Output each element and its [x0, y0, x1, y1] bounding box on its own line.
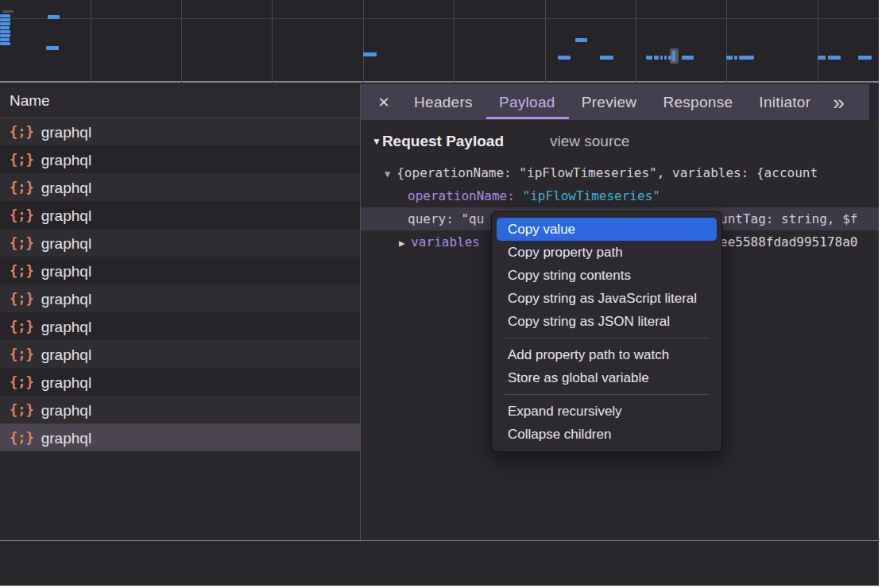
overview-gridline [363, 0, 364, 83]
network-bar [726, 56, 733, 60]
network-bar [48, 15, 60, 19]
network-bar [363, 52, 377, 56]
tab-payload[interactable]: Payload [499, 84, 555, 120]
variables-preview-fragment: ee5588fdad995178a0 [720, 230, 857, 253]
request-row[interactable]: {;}graphql [0, 340, 360, 368]
network-bar [0, 26, 10, 29]
network-bar [858, 56, 872, 60]
json-braces-icon: {;} [10, 146, 34, 173]
json-braces-icon: {;} [10, 369, 34, 396]
tab-initiator[interactable]: Initiator [759, 84, 810, 120]
view-source-link[interactable]: view source [550, 133, 629, 149]
payload-summary-row[interactable]: ▼{operationName: "ipFlowTimeseries", var… [361, 161, 879, 184]
context-menu-item[interactable]: Copy string as JavaScript literal [497, 287, 717, 310]
context-menu-divider [505, 338, 709, 338]
request-row[interactable]: {;}graphql [0, 257, 360, 284]
json-braces-icon: {;} [10, 424, 34, 451]
overview-hgridline [0, 18, 879, 19]
request-row[interactable]: {;}graphql [0, 118, 360, 145]
request-name: graphql [41, 235, 91, 252]
request-list-panel: Name {;}graphql{;}graphql{;}graphql{;}gr… [0, 84, 360, 540]
json-braces-icon: {;} [10, 174, 34, 201]
json-braces-icon: {;} [10, 313, 34, 340]
network-bar [600, 56, 613, 60]
context-menu-item[interactable]: Expand recursively [497, 400, 717, 423]
request-row[interactable]: {;}graphql [0, 368, 360, 396]
request-name: graphql [41, 319, 91, 335]
request-list: {;}graphql{;}graphql{;}graphql{;}graphql… [0, 118, 360, 451]
network-bar [0, 34, 10, 37]
request-payload-header: ▼Request Payloadview source [372, 132, 629, 151]
network-overview[interactable] [0, 0, 879, 83]
tab-headers[interactable]: Headers [414, 84, 473, 120]
request-row[interactable]: {;}graphql [0, 173, 360, 201]
request-name: graphql [41, 124, 91, 141]
detail-tabbar: ✕ HeadersPayloadPreviewResponseInitiator… [361, 84, 869, 120]
payload-row-operationname[interactable]: operationName: "ipFlowTimeseries" [361, 184, 879, 207]
network-bar [734, 56, 737, 60]
json-braces-icon: {;} [10, 397, 34, 424]
overview-gridline [818, 0, 818, 83]
context-menu: Copy valueCopy property pathCopy string … [491, 211, 722, 452]
name-column-header[interactable]: Name [0, 84, 360, 118]
collapse-triangle-icon[interactable]: ▼ [372, 136, 381, 147]
property-key: query: [408, 211, 461, 226]
screenshot-stage: Name {;}graphql{;}graphql{;}graphql{;}gr… [0, 0, 882, 588]
request-name: graphql [41, 180, 91, 196]
context-menu-item[interactable]: Add property path to watch [497, 343, 717, 366]
tab-strip: HeadersPayloadPreviewResponseInitiator [414, 84, 837, 120]
request-row[interactable]: {;}graphql [0, 145, 360, 173]
request-row[interactable]: {;}graphql [0, 396, 360, 424]
json-braces-icon: {;} [10, 230, 34, 257]
context-menu-item[interactable]: Store as global variable [497, 366, 717, 389]
payload-summary-text: {operationName: "ipFlowTimeseries", vari… [397, 165, 818, 180]
request-name: graphql [41, 374, 91, 391]
context-menu-item[interactable]: Copy value [497, 218, 717, 241]
context-menu-item[interactable]: Collapse children [497, 423, 717, 446]
context-menu-item[interactable]: Copy property path [497, 241, 717, 264]
tab-overflow-button[interactable]: » [833, 87, 844, 118]
request-name: graphql [41, 263, 91, 280]
network-bar [682, 56, 694, 60]
request-row[interactable]: {;}graphql [0, 284, 360, 312]
property-key: operationName: [408, 188, 523, 203]
network-bar [660, 56, 663, 60]
network-bar [558, 56, 571, 60]
devtools-network-panel: Name {;}graphql{;}graphql{;}graphql{;}gr… [0, 0, 879, 586]
request-row[interactable]: {;}graphql [0, 312, 360, 340]
network-bar [668, 56, 671, 60]
collapse-triangle-icon[interactable]: ▼ [385, 168, 390, 180]
overview-gridline [636, 0, 636, 83]
property-key: variables [411, 234, 480, 250]
network-bar [672, 51, 675, 61]
network-bar [0, 18, 10, 21]
json-braces-icon: {;} [10, 285, 34, 312]
network-bar [646, 56, 652, 60]
request-name: graphql [41, 291, 91, 308]
network-bar [0, 38, 10, 41]
query-value-fragment: untTag: string, $f [720, 207, 857, 230]
network-bar [46, 46, 59, 50]
network-bar [664, 56, 667, 60]
network-bar [0, 22, 10, 25]
network-bar [2, 10, 14, 13]
tab-response[interactable]: Response [663, 84, 733, 120]
context-menu-item[interactable]: Copy string as JSON literal [497, 310, 717, 333]
tab-preview[interactable]: Preview [582, 84, 637, 120]
request-row[interactable]: {;}graphql [0, 424, 360, 451]
request-row[interactable]: {;}graphql [0, 201, 360, 229]
request-name: graphql [41, 207, 91, 224]
chevron-double-right-icon: » [833, 91, 844, 114]
request-row[interactable]: {;}graphql [0, 229, 360, 257]
overview-gridline [545, 0, 546, 83]
network-bar [575, 38, 587, 42]
network-bar [0, 30, 10, 33]
request-name: graphql [41, 402, 91, 419]
context-menu-item[interactable]: Copy string contents [497, 264, 717, 287]
close-panel-button[interactable]: ✕ [376, 94, 392, 111]
network-bar [828, 56, 841, 60]
network-bar [654, 56, 659, 60]
expand-triangle-icon[interactable]: ▶ [399, 238, 404, 249]
overview-gridline [91, 0, 91, 83]
property-value: "qu [461, 211, 484, 226]
